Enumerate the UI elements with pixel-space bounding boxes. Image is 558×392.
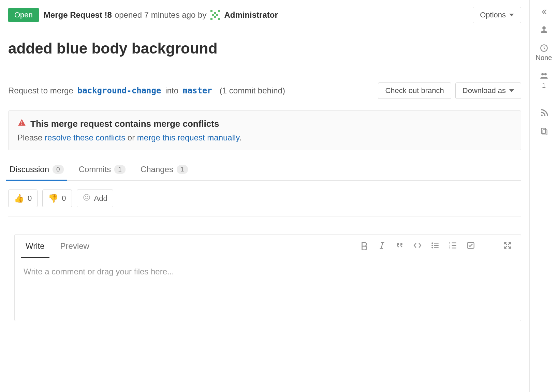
tab-commits-count: 1	[114, 165, 126, 174]
conflict-box: This merge request contains merge confli…	[8, 110, 521, 150]
author-name[interactable]: Administrator	[224, 10, 278, 20]
request-to-merge-text: Request to merge	[8, 86, 73, 95]
tab-changes[interactable]: Changes 1	[139, 159, 189, 180]
comment-box: Write Preview 123	[14, 234, 521, 321]
checkout-branch-label: Check out branch	[385, 86, 444, 95]
rss-icon	[540, 109, 548, 118]
svg-point-10	[84, 194, 90, 200]
svg-point-27	[541, 73, 544, 75]
tab-changes-label: Changes	[141, 165, 173, 174]
participants-count: 1	[542, 81, 546, 89]
svg-rect-0	[210, 10, 212, 12]
svg-point-11	[85, 196, 86, 197]
thumbs-up-button[interactable]: 👍 0	[8, 190, 38, 207]
mr-title: added blue body background	[8, 31, 521, 66]
thumbs-up-count: 0	[28, 194, 32, 203]
svg-rect-9	[21, 124, 22, 125]
svg-rect-30	[541, 128, 545, 133]
svg-rect-5	[214, 16, 216, 18]
options-label: Options	[480, 11, 506, 19]
reactions-row: 👍 0 👎 0 Add	[8, 181, 521, 216]
svg-rect-31	[543, 130, 547, 135]
comment-body	[15, 258, 521, 321]
task-list-icon[interactable]	[466, 241, 475, 251]
add-reaction-button[interactable]: Add	[77, 190, 113, 207]
svg-point-28	[544, 73, 546, 75]
svg-rect-7	[218, 18, 220, 20]
svg-point-13	[431, 242, 433, 244]
bullet-list-icon[interactable]	[431, 241, 440, 251]
comment-tab-preview[interactable]: Preview	[58, 235, 91, 258]
svg-rect-17	[434, 245, 439, 246]
target-branch[interactable]: master	[182, 86, 212, 95]
mr-id: Merge Request !8	[44, 10, 112, 20]
opened-text: opened 7 minutes ago by	[115, 10, 207, 20]
conflict-body: Please resolve these conflicts or merge …	[17, 133, 512, 142]
italic-icon[interactable]	[378, 241, 386, 251]
smiley-icon	[83, 193, 91, 203]
svg-rect-6	[210, 18, 212, 20]
mr-meta: Merge Request !8 opened 7 minutes ago by…	[44, 9, 278, 21]
svg-text:3: 3	[449, 247, 450, 250]
fullscreen-icon[interactable]	[503, 241, 512, 251]
conflict-period: .	[239, 133, 242, 142]
user-icon	[540, 25, 548, 34]
conflict-or: or	[128, 133, 135, 142]
tab-commits[interactable]: Commits 1	[77, 159, 127, 180]
thumbs-up-icon: 👍	[14, 194, 24, 203]
merge-info-row: Request to merge background-change into …	[8, 66, 521, 108]
thumbs-down-count: 0	[62, 194, 66, 203]
comment-tab-write[interactable]: Write	[24, 235, 47, 258]
milestone-section[interactable]: None	[536, 44, 552, 62]
svg-point-15	[431, 247, 433, 248]
users-icon	[540, 71, 548, 80]
svg-rect-1	[218, 10, 220, 12]
svg-rect-22	[452, 242, 456, 243]
participants-section[interactable]: 1	[540, 71, 548, 89]
svg-rect-3	[212, 14, 214, 16]
bold-icon[interactable]	[360, 241, 369, 251]
assignee-section[interactable]	[540, 25, 548, 34]
svg-rect-18	[434, 247, 439, 248]
svg-rect-24	[452, 248, 456, 248]
caret-down-icon	[509, 14, 514, 16]
tab-discussion[interactable]: Discussion 0	[8, 159, 65, 180]
behind-text: (1 commit behind)	[220, 86, 285, 95]
svg-rect-16	[434, 243, 439, 243]
checkout-branch-button[interactable]: Check out branch	[378, 82, 451, 99]
conflict-heading: This merge request contains merge confli…	[17, 118, 512, 130]
svg-rect-2	[214, 12, 216, 14]
copy-icon	[540, 127, 548, 136]
numbered-list-icon[interactable]: 123	[449, 241, 457, 251]
options-button[interactable]: Options	[473, 7, 521, 23]
collapse-sidebar-button[interactable]	[540, 8, 548, 16]
download-as-button[interactable]: Download as	[455, 82, 521, 99]
tab-discussion-count: 0	[53, 165, 64, 174]
notifications-section[interactable]	[540, 109, 548, 118]
svg-point-29	[541, 115, 543, 116]
svg-rect-23	[452, 245, 456, 246]
svg-point-12	[87, 196, 88, 197]
quote-icon[interactable]	[395, 241, 404, 251]
reference-section[interactable]	[540, 127, 548, 136]
comment-tabs: Write Preview 123	[15, 235, 521, 258]
mr-tabs: Discussion 0 Commits 1 Changes 1	[8, 159, 521, 181]
add-reaction-label: Add	[94, 194, 107, 203]
milestone-none-label: None	[536, 54, 552, 62]
conflict-please: Please	[17, 133, 42, 142]
merge-manually-link[interactable]: merge this request manually	[137, 133, 239, 142]
thumbs-down-icon: 👎	[48, 194, 58, 203]
thumbs-down-button[interactable]: 👎 0	[42, 190, 72, 207]
tab-discussion-label: Discussion	[10, 165, 49, 174]
resolve-conflicts-link[interactable]: resolve these conflicts	[45, 133, 125, 142]
tab-changes-count: 1	[177, 165, 188, 174]
status-badge: Open	[8, 8, 39, 22]
into-text: into	[165, 86, 178, 95]
author-avatar[interactable]	[209, 9, 221, 21]
svg-rect-8	[21, 121, 22, 124]
tab-commits-label: Commits	[79, 165, 111, 174]
code-icon[interactable]	[413, 241, 422, 251]
source-branch[interactable]: background-change	[77, 86, 161, 95]
svg-point-14	[431, 245, 433, 246]
comment-textarea[interactable]	[15, 258, 521, 319]
